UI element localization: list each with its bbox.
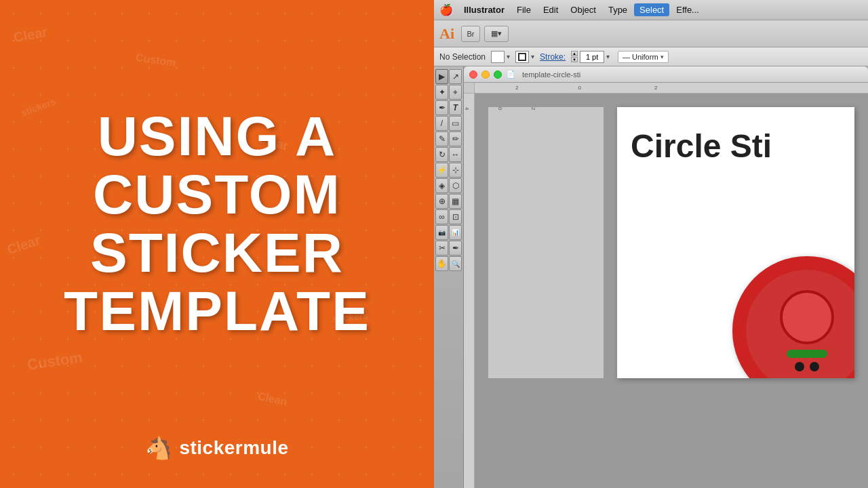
tools-panel: ▶ ↗ ✦ ⌖ ✒ T / ▭ ✎ ✏ ↻ ↔ <box>434 66 464 488</box>
tool-row-shape: ◈ ⬡ <box>435 178 462 193</box>
right-panel: 🍎 Illustrator File Edit Object Type Sele… <box>434 0 868 488</box>
stroke-down-button[interactable]: ▼ <box>571 57 578 62</box>
fill-dropdown-arrow[interactable]: ▾ <box>507 53 510 60</box>
stroke-unit-dropdown[interactable]: ▾ <box>606 53 610 60</box>
ruler-mark-1: 2 <box>515 85 518 91</box>
circle-sti-label: Circle Sti <box>631 128 772 164</box>
hand-tool[interactable]: ✋ <box>435 256 448 271</box>
menu-file[interactable]: File <box>511 3 536 16</box>
reflect-tool[interactable]: ↔ <box>449 147 462 162</box>
face-circle <box>780 290 834 344</box>
title-line-4: TEMPLATE <box>64 280 370 342</box>
magic-wand-tool[interactable]: ✦ <box>435 85 448 100</box>
main-title: USING A CUSTOM STICKER TEMPLATE <box>37 107 397 340</box>
menu-illustrator[interactable]: Illustrator <box>458 3 510 16</box>
blend-tool[interactable]: ∞ <box>435 209 448 224</box>
doc-window: 📄 template-circle-sti 2 0 2 <box>464 66 868 488</box>
stroke-swatch-dropdown[interactable]: ▾ <box>531 53 534 60</box>
tool-row-camera: 📷 📊 <box>435 225 462 240</box>
menu-edit[interactable]: Edit <box>538 3 564 16</box>
circle-sticker-preview <box>732 256 854 378</box>
menu-type[interactable]: Type <box>603 3 633 16</box>
window-titlebar: 📄 template-circle-sti <box>464 66 868 83</box>
bridge-label: Br <box>467 30 475 38</box>
title-line-3: STICKER <box>90 222 344 283</box>
brush-tool[interactable]: ✏ <box>449 131 462 146</box>
tool-row-warp: ⚡ ⊹ <box>435 163 462 178</box>
workspace-button[interactable]: ▦▾ <box>484 26 509 42</box>
dash-line-icon: — <box>623 53 630 61</box>
workspace: ▶ ↗ ✦ ⌖ ✒ T / ▭ ✎ ✏ ↻ ↔ <box>434 66 868 488</box>
maximize-button[interactable] <box>494 70 502 79</box>
stroke-value-controls: ▲ ▼ 1 pt ▾ <box>571 51 610 63</box>
rectangle-tool[interactable]: ▭ <box>449 116 462 131</box>
zoom-tool[interactable]: 🔍 <box>449 256 462 271</box>
tool-row-mesh: ⊕ ▦ <box>435 194 462 209</box>
vruler-mark-3: 4 <box>464 107 470 110</box>
stroke-value-display[interactable]: 1 pt <box>580 51 604 63</box>
uniform-label: Uniform <box>632 53 658 61</box>
direct-selection-tool[interactable]: ↗ <box>449 69 462 84</box>
pen-tool[interactable]: ✒ <box>435 100 448 115</box>
vruler-mark-2: 0 <box>497 107 503 110</box>
logo-area: 🐴 stickermule <box>145 435 288 461</box>
fill-swatch[interactable] <box>491 51 505 63</box>
free-transform-tool[interactable]: ⊹ <box>449 163 462 178</box>
tool-row-blend: ∞ ⊡ <box>435 209 462 224</box>
line-tool[interactable]: / <box>435 116 448 131</box>
minimize-button[interactable] <box>481 70 490 79</box>
traffic-lights <box>469 70 502 79</box>
warp-tool[interactable]: ⚡ <box>435 163 448 178</box>
options-bar: No Selection ▾ ▾ Stroke: ▲ ▼ 1 pt ▾ — Un… <box>434 47 868 66</box>
vruler-mark-1: 2 <box>530 107 536 110</box>
tool-row-pen: ✒ T <box>435 100 462 115</box>
menu-bar: 🍎 Illustrator File Edit Object Type Sele… <box>434 0 868 20</box>
menu-object[interactable]: Object <box>565 3 601 16</box>
type-tool[interactable]: T <box>449 100 462 115</box>
lasso-tool[interactable]: ⌖ <box>449 85 462 100</box>
face-eyes <box>795 362 819 371</box>
eyedropper-tool[interactable]: ✒ <box>449 241 462 256</box>
shape-builder-tool[interactable]: ◈ <box>435 178 448 193</box>
stroke-swatch[interactable] <box>515 51 529 63</box>
canvas-area[interactable]: 2 0 2 2 0 4 <box>464 83 868 488</box>
tool-row-rotate: ↻ ↔ <box>435 147 462 162</box>
stroke-swatch-controls: ▾ <box>515 51 534 63</box>
main-page: Circle Sti <box>617 107 854 378</box>
page-left-area <box>488 107 604 378</box>
no-selection-label: No Selection <box>439 52 486 62</box>
rotate-tool[interactable]: ↻ <box>435 147 448 162</box>
uniform-dropdown[interactable]: — Uniform ▾ <box>618 51 669 63</box>
perspective-tool[interactable]: ⬡ <box>449 178 462 193</box>
ruler-corner <box>464 83 475 94</box>
ruler-mark-3: 2 <box>654 85 657 91</box>
bridge-button[interactable]: Br <box>461 26 480 42</box>
logo-horse-icon: 🐴 <box>145 435 172 461</box>
symbol-sprayer-tool[interactable]: ⊡ <box>449 209 462 224</box>
fill-controls: ▾ <box>491 51 510 63</box>
doc-content: Circle Sti <box>475 94 868 488</box>
stroke-up-button[interactable]: ▲ <box>571 51 578 56</box>
pencil-tool[interactable]: ✎ <box>435 131 448 146</box>
eye-left <box>795 362 804 371</box>
selection-tool[interactable]: ▶ <box>435 69 448 84</box>
face-mouth <box>787 350 827 358</box>
mesh-tool[interactable]: ⊕ <box>435 194 448 209</box>
tool-row-brush: ✎ ✏ <box>435 131 462 146</box>
tool-row-magic: ✦ ⌖ <box>435 85 462 100</box>
slice-tool[interactable]: ✂ <box>435 241 448 256</box>
camera-tool[interactable]: 📷 <box>435 225 448 240</box>
tool-row-selection: ▶ ↗ <box>435 69 462 84</box>
gradient-tool[interactable]: ▦ <box>449 194 462 209</box>
close-button[interactable] <box>469 70 477 79</box>
tool-row-hand: ✋ 🔍 <box>435 256 462 271</box>
vertical-ruler: 2 0 4 <box>464 94 475 488</box>
stroke-label[interactable]: Stroke: <box>540 52 566 62</box>
apple-logo[interactable]: 🍎 <box>439 3 453 16</box>
uniform-dropdown-arrow: ▾ <box>660 54 664 60</box>
menu-select[interactable]: Select <box>634 3 669 16</box>
logo-text: stickermule <box>179 437 288 459</box>
menu-effect[interactable]: Effe... <box>671 3 705 16</box>
left-panel: Clear Custom stickers Clear Custom Clean… <box>0 0 434 488</box>
chart-tool[interactable]: 📊 <box>449 225 462 240</box>
